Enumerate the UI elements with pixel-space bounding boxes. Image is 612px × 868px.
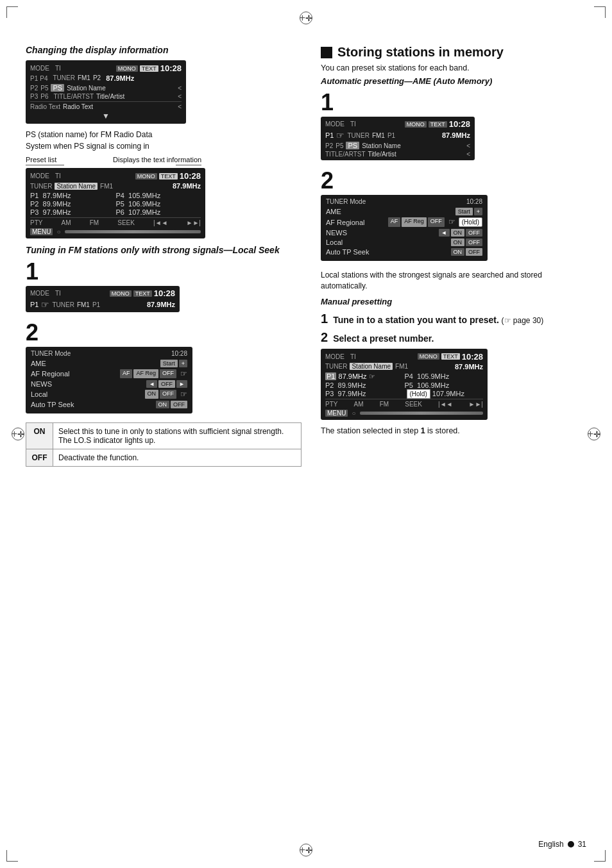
- local-seek-title: Tuning in FM stations only with strong s…: [26, 245, 302, 255]
- r-local-label: Local: [326, 238, 343, 246]
- crosshair-bottom: ✛: [300, 844, 312, 856]
- radio-badge: Radio Text: [30, 103, 60, 110]
- step2-block: 2 TUNER Mode 10:28 AME Start + AF: [26, 321, 302, 413]
- seek-btn: SEEK: [117, 219, 135, 226]
- r-ame-label: AME: [326, 208, 341, 215]
- ps-badge: PS: [51, 84, 64, 92]
- s1-mono: MONO: [110, 290, 132, 297]
- r-mode-time: 10:28: [466, 198, 482, 205]
- s1-text: TEXT: [133, 290, 152, 297]
- p6-label-l: P6: [40, 93, 48, 100]
- ms2-p5-row: P5 106.9MHz: [405, 381, 484, 389]
- hold-badge: (Hold): [459, 217, 482, 227]
- corner-tl: [6, 6, 18, 18]
- rs1-tartist: Title/Artist: [368, 151, 396, 158]
- p4-row: P4 105.9MHz: [116, 192, 201, 199]
- ms2-p4-row: P4 105.9MHz: [405, 372, 484, 381]
- ms2-sname-badge: Station Name: [350, 363, 393, 370]
- s1-time: 10:28: [154, 288, 175, 298]
- ms2-mode: MODE: [325, 353, 344, 360]
- r-auto-off: OFF: [466, 248, 482, 256]
- r-news1: ◄: [439, 229, 450, 237]
- r-af2: AF Reg: [402, 217, 427, 227]
- r-af-label: AF Regional: [326, 219, 365, 226]
- text-badge: TEXT: [140, 65, 158, 72]
- hand2-icon: ☞: [180, 369, 187, 378]
- mode-time: 10:28: [171, 350, 187, 357]
- ms2-p3-row: P3 97.9MHz: [325, 390, 404, 397]
- rs1-ps: PS: [346, 142, 359, 149]
- s1-pnum: P1: [92, 301, 100, 308]
- ti2: TI: [55, 172, 61, 179]
- news-btn3: ►: [176, 380, 187, 388]
- crosshair-right: ✛: [588, 428, 600, 440]
- back-arrow3: <: [178, 103, 182, 110]
- step2-mode-screen: TUNER Mode 10:28 AME Start + AF Regional: [26, 347, 192, 413]
- corner-tr: [594, 6, 606, 18]
- rs1-tuner: TUNER: [347, 132, 369, 139]
- displays-text-label: Displays the text information: [113, 156, 201, 163]
- step1-block: 1 MODE TI MONO TEXT 10:28: [26, 260, 302, 312]
- rs1-pnum: P1: [387, 132, 395, 139]
- title-artist-label: Title/Artist: [96, 93, 124, 100]
- r-hand3-icon: ☞: [369, 372, 375, 381]
- r-auto-tp-label: Auto TP Seek: [326, 248, 369, 256]
- p2-label: P2: [93, 74, 101, 82]
- ms2-hold: (Hold): [407, 389, 430, 399]
- af-label: AF Regional: [31, 370, 70, 378]
- manual-step1: 1 Tune in to a station you want to prese…: [321, 312, 586, 326]
- manual-step2-tuner: MODE TI MONO TEXT 10:28 TUNER Station Na…: [321, 349, 488, 420]
- ms2-prev: |◄◄: [438, 401, 452, 408]
- p1-btn: P1: [30, 75, 38, 82]
- ms2-p1-row: P1 87.9MHz ☞: [325, 372, 404, 381]
- am-btn: AM: [62, 219, 71, 226]
- r-step1-tuner: MODE TI MONO TEXT 10:28 P1 ☞ TUNER: [321, 117, 475, 160]
- ame-plus: +: [179, 360, 187, 367]
- black-square-icon: [321, 47, 332, 58]
- rs1-back: <: [466, 142, 470, 149]
- ame-start: Start: [160, 360, 178, 367]
- p1-row: P1 87.9MHz: [30, 192, 115, 199]
- station-name-badge: Station Name: [55, 183, 98, 190]
- tuner-screen-display: MODE TI MONO TEXT 10:28 P1 P4 TUNER: [26, 60, 186, 124]
- ps-note: PS (station name) for FM Radio Data Syst…: [26, 129, 302, 152]
- ms2-p2-row: P2 89.9MHz: [325, 381, 404, 389]
- ms2-time: 10:28: [462, 352, 483, 362]
- r-ame-plus: +: [474, 208, 482, 215]
- mode-title: TUNER Mode: [31, 350, 71, 357]
- ms2-fm1: FM1: [395, 363, 408, 370]
- rs1-text: TEXT: [429, 121, 447, 128]
- tuner2: TUNER: [30, 183, 52, 190]
- ms2-p6-row: (Hold) 107.9MHz: [405, 390, 484, 397]
- rs1-tbadge: TITLE/ARTST: [325, 151, 366, 158]
- s1-p1: P1: [30, 301, 38, 308]
- store-note: The station selected in step 1 is stored…: [321, 426, 586, 435]
- changing-display-title: Changing the display information: [26, 45, 302, 55]
- local-on: ON: [145, 390, 159, 399]
- rs1-p5: P5: [336, 142, 343, 149]
- p2-row: P2 89.9MHz: [30, 200, 115, 208]
- af-btn1: AF: [120, 369, 133, 378]
- r-local-on: ON: [451, 238, 465, 246]
- page-footer: English 31: [538, 840, 586, 849]
- manual-s2-text: Select a preset number.: [333, 333, 434, 344]
- on-label: ON: [26, 423, 53, 449]
- station-name-label: Station Name: [67, 85, 106, 92]
- fm12: FM1: [100, 183, 113, 190]
- auto-off: OFF: [171, 401, 187, 408]
- ms2-p1: P1: [325, 372, 336, 380]
- fm-btn: FM: [90, 219, 99, 226]
- p6-row: P6 107.9MHz: [116, 208, 201, 216]
- off-row: OFF Deactivate the function.: [26, 449, 302, 467]
- p5-row: P5 106.9MHz: [116, 200, 201, 208]
- ms2-p1-freq: 87.9MHz: [339, 372, 367, 380]
- ms2-am: AM: [354, 401, 364, 408]
- corner-br: [594, 850, 606, 862]
- off-label: OFF: [26, 449, 53, 467]
- tuner-time: 10:28: [160, 63, 182, 73]
- r-ame-start: Start: [455, 208, 473, 215]
- ms2-pty: PTY: [325, 401, 337, 408]
- rs1-fm1: FM1: [372, 132, 385, 139]
- ms2-seek: SEEK: [405, 401, 422, 408]
- back-arrow2: <: [178, 93, 182, 100]
